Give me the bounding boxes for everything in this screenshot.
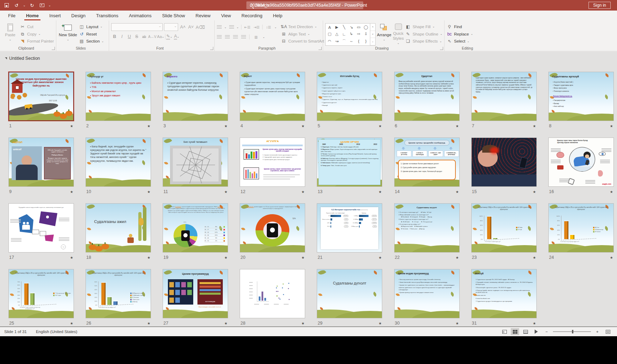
slide-thumbnail-16[interactable]: Цэнхэр гэрэл таны тархи болон бүхэд эрхт… xyxy=(548,138,614,187)
text-direction-button[interactable]: ⇅AText Direction⌄ xyxy=(281,23,328,30)
fit-to-window-button[interactable] xyxy=(604,328,612,335)
section-header[interactable]: Untitled Section xyxy=(5,56,40,61)
select-button[interactable]: ⇖Select⌄ xyxy=(447,38,473,45)
replace-button[interactable]: b͏cReplace⌄ xyxy=(447,31,473,38)
new-slide-button[interactable]: + New Slide⌄ xyxy=(58,22,77,45)
layout-button[interactable]: ◫Layout⌄ xyxy=(79,23,104,30)
slide-thumbnail-3[interactable]: Зорилго• Сурагчдын интернет хэрэглээ, со… xyxy=(163,72,228,121)
reading-view-button[interactable] xyxy=(521,328,530,335)
slide-thumbnail-12[interactable]: АГУУЛГАЦахим орчин дахь хүүхэд хамгаалал… xyxy=(240,138,305,187)
shapes-gallery[interactable]: A▶╲↘▭◯▢△∟↳⇨⇩◠↝⌒～{} xyxy=(325,23,370,46)
slide-thumbnail-10[interactable]: • Багш бидний, эцэг, эхчүүдийн сурган хү… xyxy=(86,138,151,187)
slide-thumbnail-4[interactable]: Зорилт• Сурагчдын цахим хэрэглээ, тэнд ө… xyxy=(240,72,305,121)
format-painter-button[interactable]: ◥Format Painter xyxy=(20,38,54,45)
slide-thumbnail-22[interactable]: Судалгааны асуулт1.Та интернэт ашигладаг… xyxy=(394,203,460,253)
slide-sorter-view-button[interactable] xyxy=(511,328,519,335)
normal-view-button[interactable] xyxy=(500,328,509,335)
start-slideshow-button[interactable] xyxy=(37,1,46,9)
slide-thumbnail-8[interactable]: Судалгааны аргазүй• Асуулга (Хагас хаалт… xyxy=(548,72,614,121)
tab-view[interactable]: View xyxy=(216,11,236,20)
drawing-dialog-launcher[interactable] xyxy=(440,47,443,50)
section-button[interactable]: ▤Section⌄ xyxy=(79,38,104,45)
undo-dropdown[interactable]: ⌄ xyxy=(22,1,27,9)
tab-recording[interactable]: Recording xyxy=(236,11,267,20)
slide-thumbnail-7[interactable]: сурагчдын сурах идэвхи, сонирхол үндсэн … xyxy=(471,72,537,121)
font-color-button[interactable]: A⌄ xyxy=(174,33,180,40)
slide-thumbnail-17[interactable]: Хүүхдийн хэвлэл мэдээллийн хэрэгсэл, ком… xyxy=(8,203,74,253)
tab-transitions[interactable]: Transitions xyxy=(91,11,124,20)
slide-thumbnail-2[interactable]: Түлхүүр үг• Байгаль хамгаалах хорио цээр… xyxy=(86,72,151,121)
font-dialog-launcher[interactable] xyxy=(210,47,213,50)
tab-file[interactable]: File xyxy=(3,11,21,20)
customize-qat-button[interactable]: ⌄ xyxy=(47,1,52,9)
undo-button[interactable]: ↺ xyxy=(12,1,21,9)
align-left-icon[interactable] xyxy=(217,35,222,39)
underline-button[interactable]: U xyxy=(126,33,133,40)
rectangle-shape-icon[interactable]: ▭ xyxy=(357,25,360,30)
zoom-slider[interactable] xyxy=(553,331,591,332)
scribble-shape-icon[interactable]: ↝ xyxy=(335,39,338,44)
clipboard-dialog-launcher[interactable] xyxy=(52,47,55,50)
shape-fill-button[interactable]: ◧Shape Fill⌄ xyxy=(405,23,442,30)
increase-indent-button[interactable]: ⇥☰ xyxy=(253,24,260,31)
quick-styles-button[interactable]: Quick Styles⌄ xyxy=(393,22,404,45)
zoom-slider-thumb[interactable] xyxy=(572,330,573,333)
tab-animations[interactable]: Animations xyxy=(124,11,157,20)
section-collapse-icon[interactable] xyxy=(5,57,7,59)
clear-formatting-button[interactable]: A⌫ xyxy=(196,24,205,31)
slide-thumbnail-5[interactable]: Илтгэлийн бүтэц• Удиртгал• Судалгааны ар… xyxy=(317,72,382,121)
tab-review[interactable]: Review xyxy=(190,11,216,20)
slide-thumbnail-18[interactable]: Судалгааны ажил xyxy=(86,203,151,253)
slide-thumbnail-11[interactable]: Бие хүний төлөвшил xyxy=(163,138,228,187)
oval-shape-icon[interactable]: ◯ xyxy=(364,25,368,30)
gallery-more-icon[interactable]: ⌄ xyxy=(370,38,375,45)
highlight-color-button[interactable]: ✎⌄ xyxy=(166,33,173,40)
slideshow-view-button[interactable] xyxy=(532,328,540,335)
paragraph-dialog-launcher[interactable] xyxy=(319,47,322,50)
left-brace-shape-icon[interactable]: { xyxy=(358,39,359,43)
scroll-up-icon[interactable]: ˄ xyxy=(370,24,375,31)
decrease-indent-button[interactable]: ⇤☰ xyxy=(244,24,251,31)
slide-thumbnail-27[interactable]: Цахим программуудМУЛТИМЕДИАМультимедиа х… xyxy=(163,269,228,318)
slide-thumbnail-28[interactable] xyxy=(240,269,305,318)
slide-thumbnail-21[interactable]: 6.2 Интернет хэрэглэгчийн тоо (2016.08.2… xyxy=(317,203,382,253)
block-arrow-right-shape-icon[interactable]: ⇨ xyxy=(357,32,360,36)
elbow-shape-icon[interactable]: ∟ xyxy=(342,32,346,36)
slide-thumbnail-20[interactable]: Facebook цахим хуудас нь 13-аас дээш нас… xyxy=(240,203,305,253)
numbering-icon[interactable] xyxy=(229,25,234,29)
reset-button[interactable]: ↺Reset xyxy=(79,31,104,38)
character-spacing-button[interactable]: A↔V xyxy=(148,33,156,40)
slide-thumbnail-26[interactable]: Судалгаанд СБД-н 25-р сургуулийн 8-р анг… xyxy=(86,269,151,318)
shape-outline-button[interactable]: ✎Shape Outline⌄ xyxy=(405,31,442,38)
bullets-icon[interactable] xyxy=(217,25,222,29)
align-text-button[interactable]: ⊞Align Text⌄ xyxy=(281,31,328,38)
font-size-combo[interactable] xyxy=(164,23,178,31)
copy-button[interactable]: ⧉Copy⌄ xyxy=(20,31,54,38)
freeform-shape-icon[interactable]: ◠ xyxy=(328,39,332,44)
slide-thumbnail-9[interactable]: ИШЛЭЛunicefНҮБ-ийн Хүүхдийн сангийн суур… xyxy=(8,138,74,187)
slide-thumbnail-29[interactable]: Судалгааны дүгнэлт xyxy=(317,269,382,318)
slide-thumbnail-15[interactable] xyxy=(471,138,537,187)
find-button[interactable]: ⚲Find xyxy=(447,23,473,30)
scroll-down-icon[interactable]: ˅ xyxy=(370,31,375,38)
slide-thumbnail-25[interactable]: Судалгаанд СБД-н 25-р сургуулийн 8-р анг… xyxy=(8,269,74,318)
tab-help[interactable]: Help xyxy=(267,11,288,20)
search-box[interactable]: Search xyxy=(246,1,363,9)
tab-insert[interactable]: Insert xyxy=(44,11,66,20)
zoom-in-button[interactable]: + xyxy=(593,328,602,335)
justify-icon[interactable] xyxy=(241,35,246,39)
slide-thumbnail-1[interactable]: Цахим медиа программуудыг ашиглан сургал… xyxy=(8,72,74,121)
redo-button[interactable]: ↻ xyxy=(27,1,37,9)
shape-effects-button[interactable]: ❏Shape Effects⌄ xyxy=(405,38,442,45)
tab-home[interactable]: Home xyxy=(21,11,44,20)
paste-button[interactable]: Paste⌄ xyxy=(2,22,18,45)
slide-thumbnail-30[interactable]: Цахим медиа программууд• Хичээлд ашиглас… xyxy=(394,269,460,318)
align-right-icon[interactable] xyxy=(233,35,238,39)
line-shape-icon[interactable]: ╲ xyxy=(343,25,345,30)
strike-ab-button[interactable]: ab xyxy=(141,33,147,40)
language-indicator[interactable]: English (United States) xyxy=(36,330,77,334)
curve-shape-icon[interactable]: ～ xyxy=(350,39,353,44)
shapes-gallery-scroll[interactable]: ˄˅⌄ xyxy=(370,23,376,46)
save-button[interactable] xyxy=(2,1,11,9)
rounded-rectangle-shape-icon[interactable]: ▢ xyxy=(328,32,331,36)
